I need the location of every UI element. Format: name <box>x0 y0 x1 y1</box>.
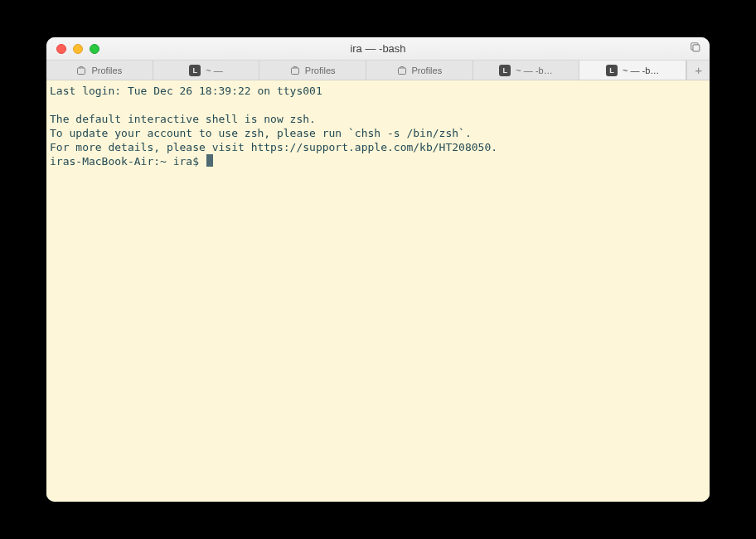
fullscreen-button[interactable] <box>90 44 99 54</box>
tab-3[interactable]: Profiles <box>259 61 366 80</box>
plus-icon: + <box>695 63 702 77</box>
tab-4[interactable]: Profiles <box>366 61 473 80</box>
svg-rect-2 <box>291 68 298 75</box>
terminal-prompt: iras-MacBook-Air:~ ira$ <box>50 155 206 168</box>
profiles-icon <box>290 66 300 75</box>
profiles-icon <box>76 66 86 75</box>
tab-6[interactable]: L ~ — -b… <box>579 61 686 80</box>
terminal-line: The default interactive shell is now zsh… <box>50 113 316 125</box>
terminal-line: To update your account to use zsh, pleas… <box>50 127 472 139</box>
minimize-button[interactable] <box>73 44 83 54</box>
titlebar-right <box>690 41 710 56</box>
tab-5[interactable]: L ~ — -b… <box>473 61 580 80</box>
window-title: ira — -bash <box>46 42 710 55</box>
terminal-line: For more details, please visit https://s… <box>50 141 497 153</box>
titlebar: ira — -bash <box>46 37 710 61</box>
tab-label: ~ — -b… <box>623 66 659 75</box>
tab-label: ~ — <box>206 66 222 75</box>
tab-label: Profiles <box>305 66 336 75</box>
profiles-icon <box>397 66 407 75</box>
new-tab-button[interactable]: + <box>686 61 710 80</box>
tabs-overview-icon[interactable] <box>690 41 701 56</box>
svg-rect-3 <box>398 68 405 75</box>
tab-bar: Profiles L ~ — Profiles <box>46 61 710 80</box>
shell-badge-icon: L <box>606 65 618 76</box>
svg-rect-1 <box>78 68 85 75</box>
svg-rect-0 <box>693 44 700 51</box>
close-button[interactable] <box>56 44 66 54</box>
terminal-window: ira — -bash Profiles L ~ <box>46 37 710 502</box>
tab-1[interactable]: Profiles <box>46 61 153 80</box>
terminal-content[interactable]: Last login: Tue Dec 26 18:39:22 on ttys0… <box>46 80 710 502</box>
tab-2[interactable]: L ~ — <box>153 61 260 80</box>
tab-label: Profiles <box>91 66 122 75</box>
shell-badge-icon: L <box>499 65 511 76</box>
terminal-line: Last login: Tue Dec 26 18:39:22 on ttys0… <box>50 85 322 97</box>
cursor <box>206 154 213 167</box>
tab-label: Profiles <box>412 66 443 75</box>
shell-badge-icon: L <box>189 65 201 76</box>
tab-label: ~ — -b… <box>516 66 552 75</box>
traffic-lights <box>46 44 99 54</box>
